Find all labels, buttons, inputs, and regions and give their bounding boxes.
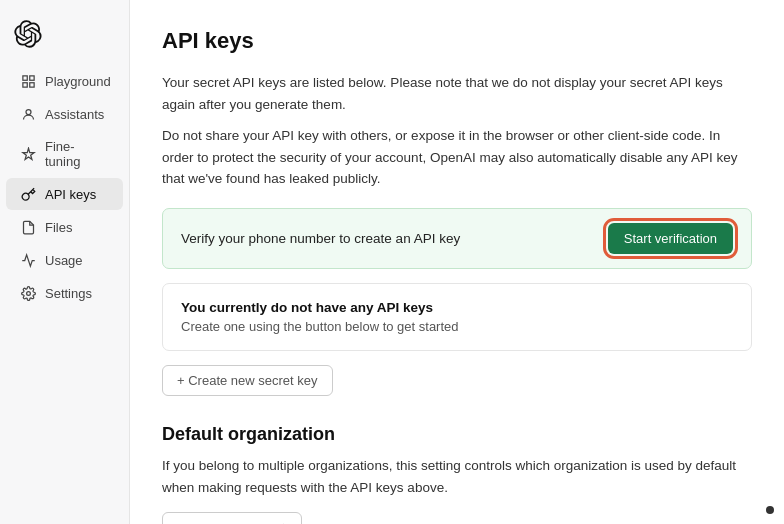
settings-icon [20, 285, 36, 301]
app-logo [0, 12, 129, 64]
description-1: Your secret API keys are listed below. P… [162, 72, 752, 115]
description-2: Do not share your API key with others, o… [162, 125, 752, 190]
sidebar-item-settings[interactable]: Settings [6, 277, 123, 309]
openai-logo-icon [14, 20, 42, 48]
svg-rect-1 [29, 75, 33, 79]
sidebar-item-label: Files [45, 220, 72, 235]
sidebar-item-label: Assistants [45, 107, 104, 122]
main-content: API keys Your secret API keys are listed… [130, 0, 784, 524]
sidebar-item-playground[interactable]: Playground [6, 65, 123, 97]
svg-rect-2 [22, 82, 26, 86]
svg-point-5 [26, 291, 30, 295]
layout-icon [20, 73, 36, 89]
sidebar-item-label: Fine-tuning [45, 139, 109, 169]
sidebar-item-usage[interactable]: Usage [6, 244, 123, 276]
sidebar-item-label: API keys [45, 187, 96, 202]
page-title: API keys [162, 28, 752, 54]
no-keys-box: You currently do not have any API keys C… [162, 283, 752, 351]
verify-banner: Verify your phone number to create an AP… [162, 208, 752, 269]
sidebar-item-assistants[interactable]: Assistants [6, 98, 123, 130]
assistant-icon [20, 106, 36, 122]
cursor-dot [766, 506, 774, 514]
verify-banner-text: Verify your phone number to create an AP… [181, 231, 460, 246]
start-verification-button[interactable]: Start verification [608, 223, 733, 254]
default-org-description: If you belong to multiple organizations,… [162, 455, 752, 498]
key-icon [20, 186, 36, 202]
usage-icon [20, 252, 36, 268]
sidebar-item-label: Usage [45, 253, 83, 268]
sidebar-item-fine-tuning[interactable]: Fine-tuning [6, 131, 123, 177]
default-org-title: Default organization [162, 424, 752, 445]
chevron-updown-icon: ▲▼ [278, 520, 289, 524]
sidebar-item-label: Playground [45, 74, 111, 89]
file-icon [20, 219, 36, 235]
svg-rect-3 [29, 82, 33, 86]
org-select[interactable]: Personal ▲▼ [162, 512, 302, 524]
svg-point-4 [26, 109, 31, 114]
no-keys-subtitle: Create one using the button below to get… [181, 319, 733, 334]
svg-rect-0 [22, 75, 26, 79]
no-keys-title: You currently do not have any API keys [181, 300, 733, 315]
sidebar-item-api-keys[interactable]: API keys [6, 178, 123, 210]
sidebar-item-files[interactable]: Files [6, 211, 123, 243]
create-secret-key-button[interactable]: + Create new secret key [162, 365, 333, 396]
sidebar: PlaygroundAssistantsFine-tuningAPI keysF… [0, 0, 130, 524]
fine-tune-icon [20, 146, 36, 162]
sidebar-item-label: Settings [45, 286, 92, 301]
